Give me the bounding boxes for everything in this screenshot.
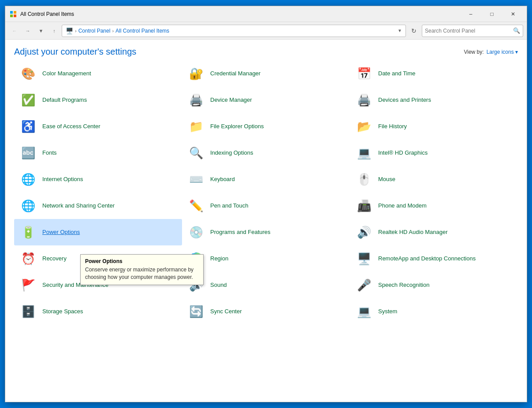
view-by-label: View by: [464, 49, 484, 55]
device-manager-label: Device Manager [210, 96, 252, 104]
devices-and-printers-icon: 🖨️ [355, 91, 373, 109]
device-manager-icon: 🖨️ [187, 91, 205, 109]
fonts-label: Fonts [42, 149, 57, 157]
realtek-hd-audio-label: Realtek HD Audio Manager [378, 229, 448, 236]
security-maintenance-icon: 🚩 [19, 276, 37, 294]
network-sharing-icon: 🌐 [19, 197, 37, 215]
list-item[interactable]: 🖨️Device Manager [182, 87, 350, 113]
list-item[interactable]: 💿Programs and Features [182, 219, 350, 245]
content-area: Adjust your computer's settings View by:… [5, 40, 527, 402]
file-history-label: File History [378, 123, 407, 130]
file-explorer-options-label: File Explorer Options [210, 123, 264, 130]
list-item[interactable]: 🔤Fonts [14, 140, 182, 166]
window-icon [9, 10, 18, 19]
keyboard-icon: ⌨️ [187, 171, 205, 188]
list-item[interactable]: 🌐Network and Sharing Center [14, 193, 182, 219]
speech-recognition-label: Speech Recognition [378, 282, 429, 289]
default-programs-icon: ✅ [19, 91, 37, 109]
breadcrumb-separator-1: › [75, 28, 77, 33]
list-item[interactable]: ⌨️Keyboard [182, 166, 350, 193]
remoteapp-icon: 🖥️ [355, 250, 373, 267]
list-item[interactable]: ✅Default Programs [14, 87, 182, 113]
up-button[interactable]: ↑ [48, 25, 60, 37]
view-by-value[interactable]: Large icons ▾ [487, 49, 518, 55]
fonts-icon: 🔤 [19, 144, 37, 162]
intel-hd-graphics-label: Intel® HD Graphics [378, 149, 428, 157]
page-title: Adjust your computer's settings [14, 47, 136, 57]
list-item[interactable]: 🔄Sync Center [182, 298, 350, 325]
maximize-button[interactable]: □ [482, 7, 502, 21]
list-item[interactable]: 🖨️Devices and Printers [350, 87, 518, 113]
power-options-label: Power Options [42, 229, 80, 236]
close-button[interactable]: ✕ [503, 7, 523, 21]
list-item[interactable]: 📅Date and Time [350, 60, 518, 87]
sync-center-label: Sync Center [210, 308, 242, 315]
list-item[interactable]: 💻System [350, 298, 518, 325]
search-input[interactable] [425, 28, 511, 34]
list-item[interactable]: ♿Ease of Access Center [14, 113, 182, 140]
breadcrumb-control-panel[interactable]: Control Panel [78, 28, 111, 34]
search-bar: 🔍 [422, 25, 523, 37]
title-bar: All Control Panel Items – □ ✕ [5, 6, 527, 22]
system-icon: 💻 [355, 303, 373, 320]
tooltip-title: Power Options [85, 258, 199, 264]
recovery-icon: ⏰ [19, 250, 37, 267]
breadcrumb-dropdown-icon[interactable]: ▼ [398, 28, 402, 33]
tooltip-description: Conserve energy or maximize performance … [85, 266, 199, 281]
file-history-icon: 📂 [355, 118, 373, 135]
phone-and-modem-label: Phone and Modem [378, 202, 427, 210]
programs-and-features-label: Programs and Features [210, 229, 271, 236]
list-item[interactable]: 🔐Credential Manager [182, 60, 350, 87]
list-item[interactable]: 🌍Region [182, 245, 350, 272]
search-icon[interactable]: 🔍 [513, 27, 520, 34]
color-management-label: Color Management [42, 70, 91, 78]
list-item[interactable]: 📂File History [350, 113, 518, 140]
list-item[interactable]: 🌐Internet Options [14, 166, 182, 193]
list-item[interactable]: 📠Phone and Modem [350, 193, 518, 219]
breadcrumb-separator-2: › [112, 28, 114, 33]
internet-options-icon: 🌐 [19, 171, 37, 188]
list-item[interactable]: 🎨Color Management [14, 60, 182, 87]
sync-center-icon: 🔄 [187, 303, 205, 320]
address-bar: ← → ▼ ↑ 🖥️ › Control Panel › All Control… [5, 22, 527, 40]
devices-and-printers-label: Devices and Printers [378, 96, 431, 104]
remoteapp-label: RemoteApp and Desktop Connections [378, 255, 476, 263]
list-item[interactable]: 🗄️Storage Spaces [14, 298, 182, 325]
default-programs-label: Default Programs [42, 96, 87, 104]
date-and-time-icon: 📅 [355, 65, 373, 82]
region-label: Region [210, 255, 228, 263]
credential-manager-label: Credential Manager [210, 70, 260, 78]
svg-rect-1 [14, 11, 16, 14]
list-item[interactable]: 🖱️Mouse [350, 166, 518, 193]
list-item[interactable]: 🔍Indexing Options [182, 140, 350, 166]
list-item[interactable]: 🔋Power Options [14, 219, 182, 245]
list-item[interactable]: 📁File Explorer Options [182, 113, 350, 140]
list-item[interactable]: ✏️Pen and Touch [182, 193, 350, 219]
list-item[interactable]: 🔊Sound [182, 272, 350, 298]
breadcrumb-bar: 🖥️ › Control Panel › All Control Panel I… [62, 25, 406, 37]
forward-button[interactable]: → [22, 25, 33, 37]
list-item[interactable]: 🖥️RemoteApp and Desktop Connections [350, 245, 518, 272]
realtek-hd-audio-icon: 🔊 [355, 223, 373, 241]
minimize-button[interactable]: – [461, 7, 481, 21]
back-button[interactable]: ← [9, 25, 20, 37]
speech-recognition-icon: 🎤 [355, 276, 373, 294]
window-title: All Control Panel Items [20, 11, 461, 17]
svg-rect-2 [10, 15, 13, 17]
svg-rect-3 [14, 15, 16, 17]
svg-rect-0 [10, 11, 13, 14]
list-item[interactable]: 💻Intel® HD Graphics [350, 140, 518, 166]
storage-spaces-label: Storage Spaces [42, 308, 83, 315]
indexing-options-icon: 🔍 [187, 144, 205, 162]
refresh-button[interactable]: ↻ [408, 25, 420, 37]
system-label: System [378, 308, 397, 315]
main-window: All Control Panel Items – □ ✕ ← → ▼ ↑ 🖥️… [5, 6, 527, 402]
list-item[interactable]: 🎤Speech Recognition [350, 272, 518, 298]
view-by-control: View by: Large icons ▾ [464, 49, 518, 55]
list-item[interactable]: 🔊Realtek HD Audio Manager [350, 219, 518, 245]
recent-locations-button[interactable]: ▼ [35, 25, 47, 37]
content-header: Adjust your computer's settings View by:… [5, 40, 527, 60]
pen-and-touch-icon: ✏️ [187, 197, 205, 215]
breadcrumb-all-items[interactable]: All Control Panel Items [115, 28, 169, 34]
power-options-icon: 🔋 [19, 223, 37, 241]
